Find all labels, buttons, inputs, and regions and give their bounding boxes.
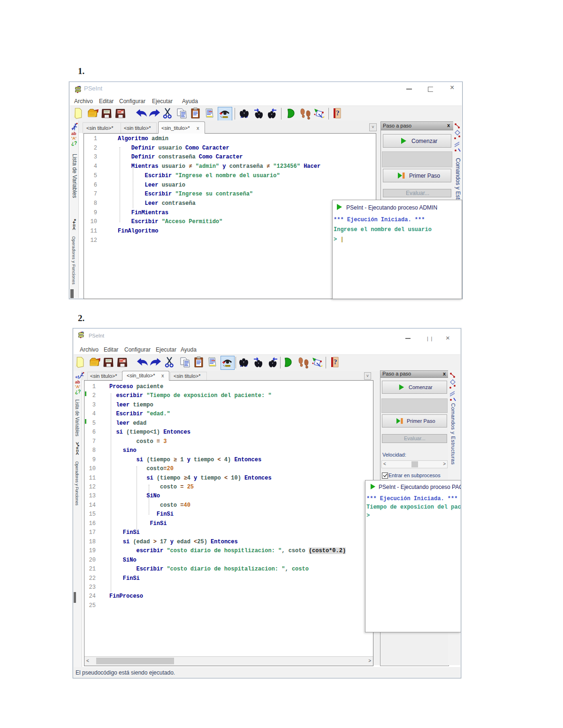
svg-text:?: ? bbox=[334, 358, 337, 366]
svg-text:'A': 'A' bbox=[71, 136, 76, 141]
svg-text:ab: ab bbox=[71, 131, 76, 136]
svg-text:'A': 'A' bbox=[75, 384, 80, 389]
svg-text:¿?: ¿? bbox=[71, 141, 77, 146]
svg-text:?: ? bbox=[336, 109, 340, 117]
svg-text:ab: ab bbox=[75, 380, 80, 384]
svg-text:¿?: ¿? bbox=[75, 389, 81, 395]
